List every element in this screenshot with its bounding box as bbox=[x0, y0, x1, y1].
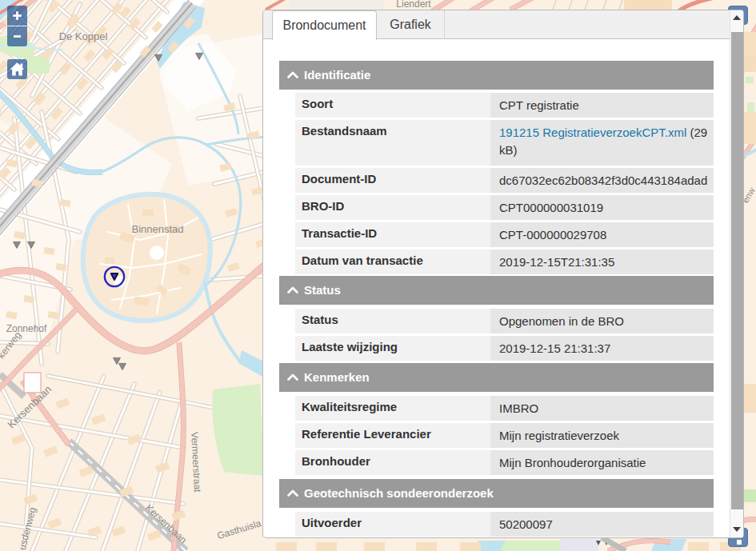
svg-text:Liendert: Liendert bbox=[396, 0, 431, 10]
svg-text:Binnenstad: Binnenstad bbox=[131, 223, 183, 235]
svg-text:De Koppel: De Koppel bbox=[59, 30, 108, 42]
